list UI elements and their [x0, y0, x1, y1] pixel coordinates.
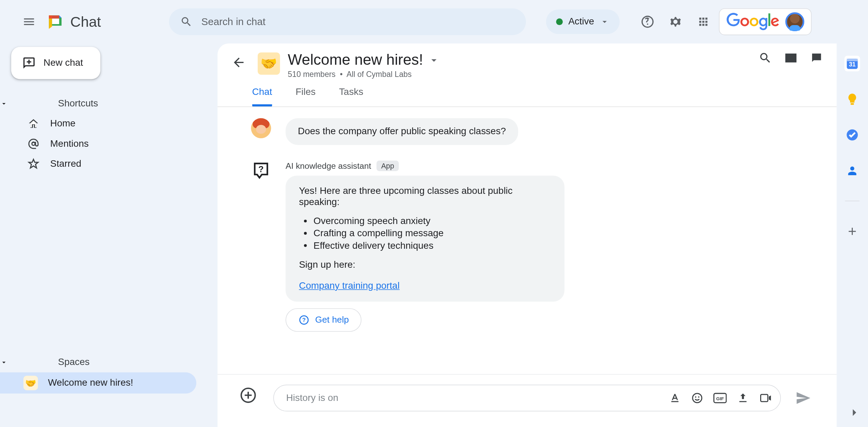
- list-item: Overcoming speech anxiety: [313, 216, 551, 227]
- main-menu-button[interactable]: [16, 8, 42, 35]
- rail-keep[interactable]: [845, 92, 860, 107]
- help-button[interactable]: [635, 9, 660, 34]
- compose-placeholder: History is on: [286, 392, 338, 404]
- handshake-emoji-icon: 🤝: [23, 376, 38, 390]
- keep-icon: [846, 93, 859, 106]
- arrow-left-icon: [232, 55, 246, 70]
- hamburger-icon: [22, 15, 36, 28]
- tasks-icon: [846, 128, 859, 141]
- app-logo[interactable]: Chat: [46, 12, 101, 31]
- thread-panel-button[interactable]: [810, 51, 823, 64]
- rail-add[interactable]: [845, 224, 860, 239]
- person-icon: [846, 164, 858, 177]
- apps-button[interactable]: [691, 9, 716, 34]
- search-placeholder: Search in chat: [201, 16, 265, 28]
- chevron-down-icon[interactable]: [428, 54, 440, 66]
- svg-rect-11: [761, 394, 768, 402]
- add-attachment-button[interactable]: [240, 387, 262, 409]
- gear-icon: [668, 15, 683, 29]
- home-icon: [27, 118, 40, 130]
- search-icon: [758, 51, 772, 64]
- new-chat-icon: [22, 56, 36, 69]
- conversation-subtitle: 510 members • All of Cymbal Labs: [288, 70, 440, 79]
- list-item: Crafting a compelling message: [313, 228, 551, 239]
- video-call-icon[interactable]: [759, 392, 772, 404]
- tab-chat[interactable]: Chat: [252, 86, 272, 106]
- svg-text:31: 31: [849, 61, 856, 68]
- svg-text:GIF: GIF: [716, 396, 724, 401]
- upload-icon[interactable]: [737, 392, 749, 404]
- send-icon: [795, 390, 811, 406]
- conversation-search-button[interactable]: [758, 51, 772, 64]
- at-icon: [27, 138, 40, 150]
- app-chip: App: [377, 161, 398, 171]
- plus-circle-icon: [240, 387, 256, 404]
- bot-avatar: ?: [251, 161, 271, 181]
- nav-home[interactable]: Home: [0, 114, 218, 134]
- chevron-down-icon: [600, 17, 610, 27]
- emoji-icon[interactable]: [691, 392, 703, 404]
- tab-files[interactable]: Files: [296, 86, 316, 106]
- svg-text:?: ?: [258, 164, 264, 174]
- chat-logo-icon: [46, 12, 65, 31]
- status-selector[interactable]: Active: [546, 9, 620, 34]
- present-button[interactable]: [784, 51, 797, 64]
- account-area[interactable]: [719, 8, 812, 35]
- calendar-icon: 31: [845, 56, 860, 71]
- training-portal-link[interactable]: Company training portal: [299, 280, 400, 291]
- user-avatar-icon: [251, 118, 271, 138]
- help-circle-icon: ?: [298, 314, 310, 326]
- conversation-emoji-icon: 🤝: [258, 53, 280, 75]
- conversation-title: Welcome new hires!: [288, 51, 423, 68]
- caret-down-icon: [0, 100, 8, 107]
- apps-grid-icon: [697, 16, 710, 28]
- bot-name: AI knowledge assistant: [285, 161, 371, 170]
- question-bubble-icon: ?: [252, 161, 271, 180]
- side-panel-toggle[interactable]: [848, 406, 861, 419]
- user-message: Does the company offer public speaking c…: [285, 118, 518, 145]
- rail-tasks[interactable]: [845, 127, 860, 143]
- tab-tasks[interactable]: Tasks: [339, 86, 363, 106]
- svg-text:?: ?: [302, 317, 306, 323]
- get-help-button[interactable]: ? Get help: [285, 308, 362, 332]
- compose-input[interactable]: History is on GIF: [273, 385, 781, 411]
- list-item: Effective delivery techniques: [313, 240, 551, 251]
- svg-rect-15: [851, 103, 854, 105]
- chevron-right-icon: [848, 406, 861, 419]
- spaces-header[interactable]: Spaces: [0, 352, 218, 372]
- gif-icon[interactable]: GIF: [713, 392, 727, 404]
- back-button[interactable]: [228, 51, 250, 74]
- settings-button[interactable]: [663, 9, 688, 34]
- help-icon: [640, 15, 655, 29]
- rail-calendar[interactable]: 31: [845, 56, 860, 72]
- rail-contacts[interactable]: [845, 163, 860, 178]
- svg-point-7: [695, 396, 696, 398]
- app-name: Chat: [70, 13, 101, 30]
- star-icon: [27, 158, 40, 170]
- search-icon: [180, 16, 192, 28]
- svg-point-8: [698, 396, 699, 398]
- present-icon: [784, 51, 797, 64]
- status-active-dot-icon: [556, 18, 563, 25]
- bot-message: Yes! Here are three upcoming classes abo…: [285, 176, 565, 302]
- svg-rect-0: [52, 19, 59, 24]
- nav-starred[interactable]: Starred: [0, 154, 218, 174]
- svg-rect-1: [791, 58, 795, 61]
- caret-down-icon: [0, 359, 8, 366]
- nav-mentions[interactable]: Mentions: [0, 134, 218, 154]
- google-wordmark: [726, 13, 780, 31]
- new-chat-label: New chat: [43, 57, 83, 68]
- new-chat-button[interactable]: New chat: [11, 47, 100, 79]
- chat-lines-icon: [810, 51, 823, 64]
- status-label: Active: [568, 16, 594, 27]
- shortcuts-header[interactable]: Shortcuts: [0, 94, 218, 114]
- format-text-icon[interactable]: [669, 392, 681, 404]
- send-button[interactable]: [792, 387, 814, 409]
- search-input[interactable]: Search in chat: [169, 8, 526, 35]
- svg-point-6: [693, 393, 702, 403]
- user-avatar[interactable]: [786, 12, 805, 31]
- space-welcome-new-hires[interactable]: 🤝 Welcome new hires!: [0, 372, 196, 394]
- rail-divider: [845, 201, 860, 201]
- plus-icon: [846, 225, 858, 238]
